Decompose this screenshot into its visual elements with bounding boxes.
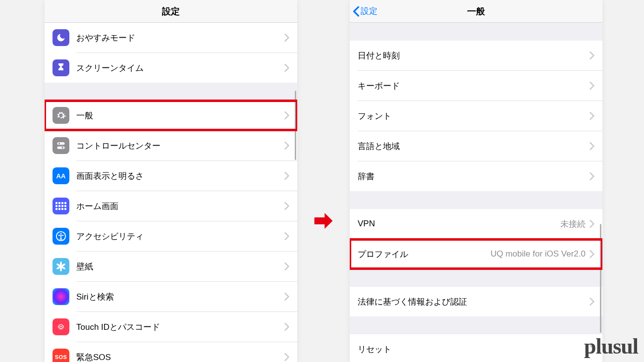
chevron-right-icon	[590, 82, 594, 90]
back-button[interactable]: 設定	[353, 0, 377, 22]
row-value: UQ mobile for iOS Ver2.0	[490, 249, 586, 259]
row-vpn[interactable]: VPN 未接続	[350, 209, 602, 239]
row-label: 辞書	[358, 171, 590, 182]
chevron-right-icon	[284, 172, 289, 180]
row-screen-time[interactable]: スクリーンタイム	[45, 53, 297, 83]
svg-point-3	[62, 147, 63, 149]
row-label: 一般	[76, 110, 284, 121]
sos-icon: SOS	[53, 349, 69, 362]
row-reset[interactable]: リセット	[350, 334, 602, 362]
aa-icon: AA	[53, 167, 69, 184]
row-label: ホーム画面	[76, 201, 284, 212]
row-home-screen[interactable]: ホーム画面	[45, 191, 297, 221]
accessibility-icon	[53, 228, 69, 245]
row-general[interactable]: 一般	[45, 101, 297, 130]
chevron-right-icon	[590, 172, 594, 180]
chevron-right-icon	[590, 345, 594, 353]
chevron-right-icon	[590, 220, 594, 228]
chevron-right-icon	[284, 323, 289, 331]
row-label: 言語と地域	[358, 141, 590, 152]
row-do-not-disturb[interactable]: おやすみモード	[45, 23, 297, 52]
chevron-right-icon	[590, 250, 594, 258]
chevron-right-icon	[284, 293, 289, 301]
chevron-right-icon	[284, 232, 289, 240]
row-emergency-sos[interactable]: SOS 緊急SOS	[45, 342, 297, 362]
back-label: 設定	[361, 5, 377, 17]
row-value: 未接続	[560, 218, 586, 230]
row-label: 緊急SOS	[76, 352, 284, 362]
chevron-right-icon	[284, 142, 289, 150]
row-label: スクリーンタイム	[76, 62, 284, 74]
siri-icon	[53, 288, 69, 305]
svg-point-5	[60, 233, 62, 235]
svg-point-7	[60, 261, 62, 266]
fingerprint-icon	[53, 318, 69, 335]
row-label: リセット	[358, 344, 590, 355]
chevron-right-icon	[284, 64, 289, 72]
chevron-right-icon	[284, 353, 289, 361]
svg-point-10	[60, 267, 62, 271]
page-title: 設定	[162, 5, 180, 17]
row-label: コントロールセンター	[76, 140, 284, 152]
gear-icon	[53, 107, 69, 124]
row-control-center[interactable]: コントロールセンター	[45, 131, 297, 160]
row-wallpaper[interactable]: 壁紙	[45, 252, 297, 281]
svg-point-2	[58, 143, 60, 144]
switches-icon	[53, 137, 69, 154]
flower-icon	[53, 258, 69, 275]
row-accessibility[interactable]: アクセシビリティ	[45, 221, 297, 251]
row-profile[interactable]: プロファイル UQ mobile for iOS Ver2.0	[350, 239, 602, 269]
row-label: 壁紙	[76, 261, 284, 272]
row-label: フォント	[358, 110, 590, 122]
row-keyboard[interactable]: キーボード	[350, 71, 602, 101]
svg-rect-0	[57, 142, 65, 145]
row-display-brightness[interactable]: AA 画面表示と明るさ	[45, 161, 297, 191]
hourglass-icon	[53, 59, 69, 76]
row-label: アクセシビリティ	[76, 231, 284, 242]
row-label: プロファイル	[358, 249, 490, 260]
row-label: キーボード	[358, 80, 590, 92]
row-label: おやすみモード	[76, 32, 284, 44]
settings-screen: 設定 おやすみモード スクリーンタイム	[45, 0, 297, 362]
chevron-right-icon	[590, 52, 594, 59]
chevron-right-icon	[284, 111, 289, 119]
row-label: Siriと検索	[76, 291, 284, 303]
row-dictionary[interactable]: 辞書	[350, 161, 602, 191]
row-legal-certifications[interactable]: 法律に基づく情報および認証	[350, 287, 602, 316]
row-label: 日付と時刻	[358, 50, 590, 61]
nav-bar: 設定	[45, 0, 297, 23]
row-date-time[interactable]: 日付と時刻	[350, 41, 602, 70]
row-touch-id-passcode[interactable]: Touch IDとパスコード	[45, 312, 297, 342]
arrow-right-icon	[312, 209, 335, 232]
moon-icon	[53, 29, 69, 46]
nav-bar: 設定 一般	[350, 0, 602, 23]
page-title: 一般	[467, 5, 485, 17]
row-label: 画面表示と明るさ	[76, 170, 284, 182]
chevron-right-icon	[284, 202, 289, 210]
apps-grid-icon	[53, 198, 69, 214]
row-language-region[interactable]: 言語と地域	[350, 131, 602, 161]
chevron-right-icon	[284, 262, 289, 270]
row-fonts[interactable]: フォント	[350, 101, 602, 131]
chevron-right-icon	[590, 298, 594, 306]
row-label: 法律に基づく情報および認証	[358, 296, 590, 308]
row-label: VPN	[358, 219, 560, 229]
chevron-right-icon	[590, 112, 594, 120]
chevron-right-icon	[284, 34, 289, 42]
general-screen: 設定 一般 日付と時刻 キーボード フォント 言語と地域	[350, 0, 602, 362]
chevron-right-icon	[590, 142, 594, 150]
row-label: Touch IDとパスコード	[76, 321, 284, 333]
row-siri-search[interactable]: Siriと検索	[45, 282, 297, 311]
svg-rect-1	[57, 147, 65, 149]
